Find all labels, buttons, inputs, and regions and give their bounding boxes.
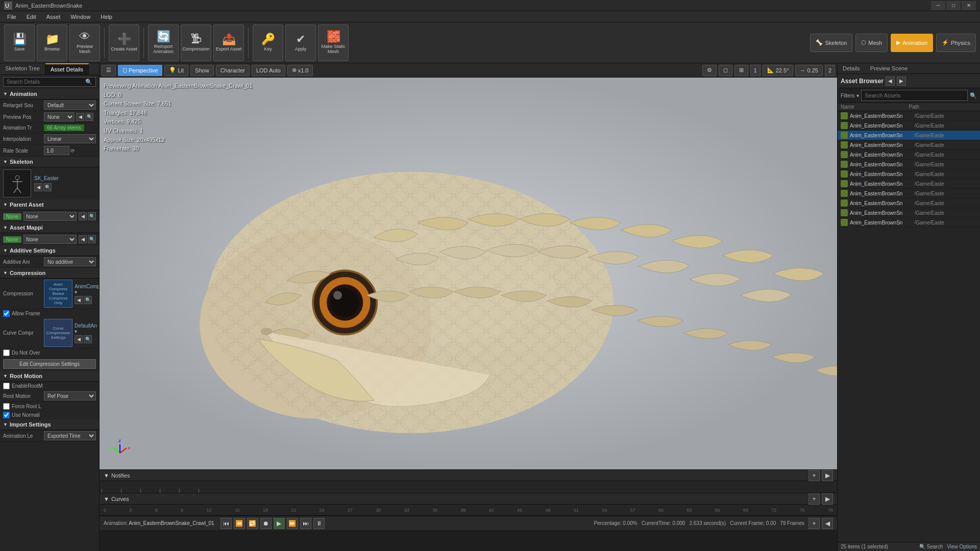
rate-scale-input[interactable] [44, 146, 69, 155]
compress-back-btn[interactable]: ◀ [75, 296, 83, 304]
allow-frame-checkbox[interactable] [3, 310, 10, 317]
additive-anim-select[interactable]: No additive [44, 257, 96, 266]
loop-btn[interactable]: 🔁 [247, 518, 258, 529]
browse-button[interactable]: 📁 Browse [37, 24, 67, 61]
lit-btn[interactable]: 💡 Lit [164, 65, 188, 76]
curves-scroll-right[interactable]: ▶ [822, 493, 833, 505]
asset-item-6[interactable]: Anim_EasternBrownSn /Game/Easte [838, 160, 980, 169]
maximize-button[interactable]: □ [946, 1, 961, 10]
compression-button[interactable]: 🗜 Compression [181, 24, 211, 61]
viewport-menu-btn[interactable]: ☰ [102, 65, 116, 76]
animation-length-select[interactable]: Exported Time [44, 431, 96, 440]
asset-mapping-select[interactable]: None [23, 235, 77, 244]
search-details-input[interactable] [7, 79, 85, 85]
lod-auto-btn[interactable]: LOD Auto [252, 65, 285, 76]
key-button[interactable]: 🔑 Key [253, 24, 283, 61]
use-normalized-checkbox[interactable] [3, 412, 10, 418]
track-options-btn[interactable]: ◀ [822, 518, 833, 529]
pause-btn[interactable]: ⏸ [313, 518, 325, 529]
save-button[interactable]: 💾 Save [4, 24, 35, 61]
reimport-button[interactable]: 🔄 Reimport Animation [148, 24, 179, 61]
compression-section-header[interactable]: ▼ Compression [0, 268, 99, 279]
scale-btn[interactable]: ↔ 0.25 [795, 65, 822, 76]
main-viewport[interactable]: Previewing Animation Anim_EasternBrownSn… [100, 78, 837, 469]
do-not-override-checkbox[interactable] [3, 349, 10, 356]
filters-dropdown-icon[interactable]: ▾ [856, 93, 859, 98]
additive-settings-header[interactable]: ▼ Additive Settings [0, 245, 99, 256]
add-track-btn[interactable]: + [808, 518, 820, 529]
add-notify-btn[interactable]: + [808, 470, 820, 481]
mesh-view-button[interactable]: ⬡ Mesh [855, 34, 888, 52]
tab-asset-details[interactable]: Asset Details [45, 63, 89, 74]
preview-mesh-button[interactable]: 👁 Preview Mesh [69, 24, 100, 61]
mapping-search-btn[interactable]: 🔍 [88, 235, 96, 243]
animation-view-button[interactable]: ▶ Animation [891, 34, 933, 52]
zoom-btn[interactable]: ⊕ x1.0 [287, 65, 313, 76]
asset-item-12[interactable]: Anim_EasternBrownSn /Game/Easte [838, 218, 980, 228]
skeleton-search-btn[interactable]: 🔍 [43, 183, 52, 191]
prev-pose-btn[interactable]: ◀ [76, 113, 84, 121]
minimize-button[interactable]: ─ [931, 1, 945, 10]
asset-item-9[interactable]: Anim_EasternBrownSn /Game/Easte [838, 189, 980, 198]
view-options-link[interactable]: View Options [947, 544, 977, 549]
skeleton-back-btn[interactable]: ◀ [34, 183, 42, 191]
rate-scale-spin[interactable]: ⟳ [70, 148, 75, 154]
ab-fwd-btn[interactable]: ▶ [897, 77, 906, 86]
tab-skeleton-tree[interactable]: Skeleton Tree [0, 63, 45, 74]
add-curve-btn[interactable]: + [808, 493, 820, 505]
asset-item-2[interactable]: Anim_EasternBrownSn /Game/Easte [838, 121, 980, 131]
menu-window[interactable]: Window [65, 11, 95, 22]
play-btn[interactable]: ▶ [274, 518, 285, 529]
asset-item-4[interactable]: Anim_EasternBrownSn /Game/Easte [838, 140, 980, 150]
record-btn[interactable]: ⏺ [260, 518, 272, 529]
curves-section[interactable]: ▼ Curves [104, 496, 129, 502]
preview-pose-select[interactable]: None [44, 112, 75, 121]
root-motion-select[interactable]: Ref Pose [44, 391, 96, 400]
create-asset-button[interactable]: ➕ Create Asset [109, 24, 139, 61]
camera-settings-btn[interactable]: ⚙ [702, 65, 717, 76]
menu-help[interactable]: Help [95, 11, 117, 22]
mapping-back-btn[interactable]: ◀ [79, 235, 87, 243]
parent-asset-select[interactable]: None [23, 212, 77, 221]
physics-view-button[interactable]: ⚡ Physics [936, 34, 976, 52]
parent-search-btn[interactable]: 🔍 [88, 212, 96, 220]
parent-back-btn[interactable]: ◀ [79, 212, 87, 220]
asset-search-input[interactable] [861, 90, 968, 101]
ab-back-btn[interactable]: ◀ [886, 77, 895, 86]
viewport-type-btn[interactable]: ◻ [719, 65, 732, 76]
curve-search-btn[interactable]: 🔍 [84, 335, 92, 343]
root-motion-header[interactable]: ▼ Root Motion [0, 371, 99, 382]
skip-to-start-btn[interactable]: ⏮ [220, 518, 232, 529]
interpolation-select[interactable]: Linear [44, 134, 96, 143]
perspective-btn[interactable]: ◻ Perspective [118, 65, 162, 76]
curve-back-btn[interactable]: ◀ [75, 335, 83, 343]
skeleton-section-header[interactable]: ▼ Skeleton [0, 157, 99, 167]
compress-search-btn[interactable]: 🔍 [84, 296, 92, 304]
menu-edit[interactable]: Edit [21, 11, 41, 22]
menu-file[interactable]: File [2, 11, 21, 22]
retarget-source-select[interactable]: Default [44, 101, 96, 110]
animation-section-header[interactable]: ▼ Animation [0, 89, 99, 99]
asset-item-3[interactable]: Anim_EasternBrownSn /Game/Easte [838, 131, 980, 140]
notifies-section[interactable]: ▼ Notifies [104, 472, 130, 479]
parent-asset-header[interactable]: ▼ Parent Asset [0, 199, 99, 210]
step-back-btn[interactable]: ⏪ [234, 518, 245, 529]
view-options-label[interactable]: 🔍 Search [919, 544, 943, 549]
asset-item-11[interactable]: Anim_EasternBrownSn /Game/Easte [838, 208, 980, 218]
step-fwd-btn[interactable]: ⏩ [287, 518, 298, 529]
character-btn[interactable]: Character [216, 65, 250, 76]
make-static-button[interactable]: 🧱 Make Static Mesh [318, 24, 349, 61]
force-root-lock-checkbox[interactable] [3, 403, 10, 410]
tab-preview-scene[interactable]: Preview Scene [865, 63, 913, 73]
asset-item-8[interactable]: Anim_EasternBrownSn /Game/Easte [838, 179, 980, 189]
skeleton-view-button[interactable]: 🦴 Skeleton [810, 34, 852, 52]
skip-to-end-btn[interactable]: ⏭ [300, 518, 311, 529]
apply-button[interactable]: ✔ Apply [285, 24, 316, 61]
asset-item-10[interactable]: Anim_EasternBrownSn /Game/Easte [838, 198, 980, 208]
edit-compression-button[interactable]: Edit Compression Settings [3, 359, 96, 369]
close-button[interactable]: ✕ [962, 1, 976, 10]
grid-btn[interactable]: ⊞ [734, 65, 748, 76]
import-settings-header[interactable]: ▼ Import Settings [0, 419, 99, 430]
show-btn[interactable]: Show [190, 65, 214, 76]
search-pose-btn[interactable]: 🔍 [85, 113, 93, 121]
